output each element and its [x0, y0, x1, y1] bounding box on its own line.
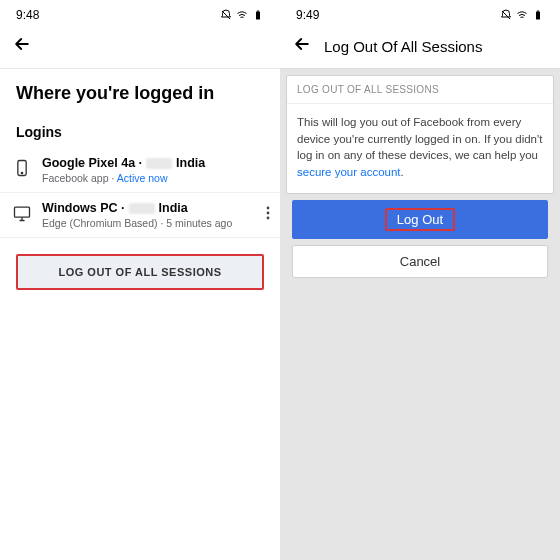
phone-icon: [12, 158, 32, 178]
svg-rect-4: [15, 207, 30, 217]
topbar: [0, 26, 280, 68]
status-bar: 9:49: [280, 0, 560, 26]
login-sub: Facebook app · Active now: [42, 172, 268, 184]
cancel-button[interactable]: Cancel: [292, 245, 548, 278]
login-title: Windows PC · India: [42, 201, 268, 215]
svg-rect-8: [536, 12, 540, 20]
redacted-region: [129, 203, 155, 214]
svg-rect-0: [256, 12, 260, 20]
secure-account-link[interactable]: secure your account: [297, 166, 401, 178]
active-now-label: Active now: [117, 172, 168, 184]
login-text: Windows PC · India Edge (Chromium Based)…: [42, 201, 268, 229]
device-location: India: [159, 201, 188, 215]
login-title: Google Pixel 4a · India: [42, 156, 268, 170]
svg-rect-1: [257, 11, 259, 12]
device-name: Google Pixel 4a ·: [42, 156, 142, 170]
screen-logout-confirm: 9:49 Log Out Of All Sessions LOG OUT OF …: [280, 0, 560, 560]
logins-heading: Logins: [0, 114, 280, 148]
battery-icon: [532, 9, 544, 21]
svg-point-6: [267, 212, 270, 215]
confirm-dialog: LOG OUT OF ALL SESSIONS This will log yo…: [286, 75, 554, 194]
status-bar: 9:48: [0, 0, 280, 26]
device-location: India: [176, 156, 205, 170]
back-icon[interactable]: [12, 34, 32, 58]
desktop-icon: [12, 203, 32, 223]
login-text: Google Pixel 4a · India Facebook app · A…: [42, 156, 268, 184]
dialog-header: LOG OUT OF ALL SESSIONS: [287, 76, 553, 104]
logout-all-button[interactable]: LOG OUT OF ALL SESSIONS: [16, 254, 264, 290]
dnd-icon: [500, 9, 512, 21]
dnd-icon: [220, 9, 232, 21]
login-row[interactable]: Google Pixel 4a · India Facebook app · A…: [0, 148, 280, 193]
logout-button[interactable]: Log Out: [292, 200, 548, 239]
status-time: 9:49: [296, 8, 319, 22]
battery-icon: [252, 9, 264, 21]
svg-rect-9: [537, 11, 539, 12]
svg-point-5: [267, 207, 270, 210]
page-title: Where you're logged in: [0, 69, 280, 114]
svg-point-3: [21, 172, 22, 173]
login-row[interactable]: Windows PC · India Edge (Chromium Based)…: [0, 193, 280, 238]
wifi-icon: [236, 9, 248, 21]
status-icons: [500, 9, 544, 21]
logout-button-label: Log Out: [385, 208, 455, 231]
status-icons: [220, 9, 264, 21]
status-time: 9:48: [16, 8, 39, 22]
svg-point-7: [267, 217, 270, 220]
topbar-title: Log Out Of All Sessions: [324, 38, 482, 55]
dialog-text: This will log you out of Facebook from e…: [297, 116, 542, 161]
topbar: Log Out Of All Sessions: [280, 26, 560, 69]
device-name: Windows PC ·: [42, 201, 125, 215]
redacted-region: [146, 158, 172, 169]
login-sub: Edge (Chromium Based) · 5 minutes ago: [42, 217, 268, 229]
screen-sessions-list: 9:48 Where you're logged in Logins Googl…: [0, 0, 280, 560]
dialog-area: LOG OUT OF ALL SESSIONS This will log yo…: [280, 69, 560, 290]
dialog-text-end: .: [401, 166, 404, 178]
back-icon[interactable]: [292, 34, 312, 58]
login-app: Facebook app ·: [42, 172, 117, 184]
wifi-icon: [516, 9, 528, 21]
more-icon[interactable]: [266, 206, 270, 224]
dialog-body: This will log you out of Facebook from e…: [287, 104, 553, 193]
